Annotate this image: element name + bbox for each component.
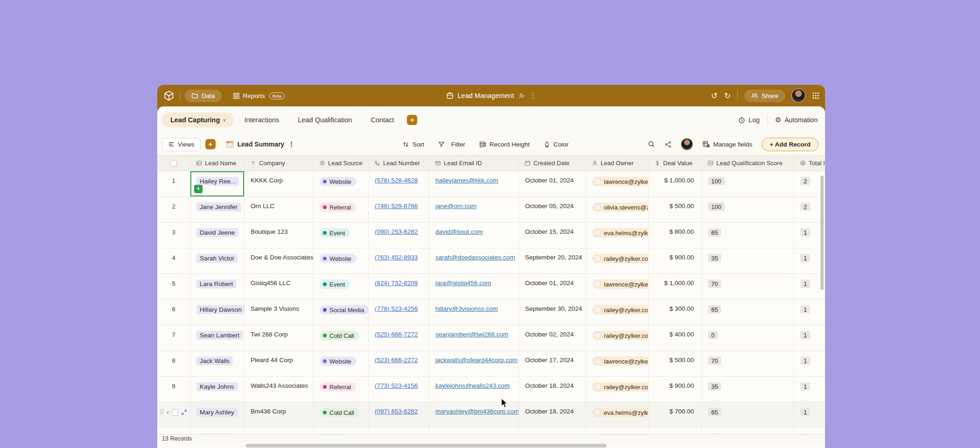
- created-date-cell[interactable]: September 20, 2024: [519, 248, 586, 273]
- lead-email-cell[interactable]: david@bout.com: [429, 223, 519, 248]
- created-date-cell[interactable]: October 18, 2024: [519, 402, 586, 427]
- deal-value-cell[interactable]: $ 400.00: [649, 325, 702, 350]
- lead-source-cell[interactable]: Referral: [314, 197, 369, 222]
- lead-owner-cell[interactable]: railey@zylker.com: [586, 248, 649, 273]
- qualification-score-cell[interactable]: 65: [702, 223, 794, 248]
- total-interactions-cell[interactable]: 1: [794, 300, 825, 325]
- phone-link[interactable]: (525) 666-7272: [375, 331, 418, 338]
- email-link[interactable]: seanlambert@twi268.com: [435, 331, 508, 338]
- lead-name-cell[interactable]: Sean Lambert: [190, 325, 245, 350]
- phone-link[interactable]: (746) 529-8766: [375, 203, 418, 210]
- color-button[interactable]: Color: [544, 141, 568, 148]
- deal-value-cell[interactable]: $ 500.00: [649, 197, 702, 222]
- row-select-cell[interactable]: 5: [157, 274, 190, 299]
- created-date-cell[interactable]: October 17, 2024: [519, 351, 586, 376]
- deal-value-cell[interactable]: $ 900.00: [649, 248, 702, 273]
- company-cell[interactable]: Boutique 123: [245, 223, 314, 248]
- lead-number-cell[interactable]: (525) 666-7272: [369, 325, 429, 350]
- deal-value-cell[interactable]: $ 1,000.00: [649, 171, 702, 196]
- horizontal-scrollbar-thumb[interactable]: [246, 444, 607, 448]
- lead-name-cell[interactable]: Lara Robert: [190, 274, 245, 299]
- lead-email-cell[interactable]: lara@gistiq456.com: [429, 274, 519, 299]
- total-interactions-cell[interactable]: 1: [794, 351, 825, 376]
- deal-value-cell[interactable]: $ 1,000.00: [649, 274, 702, 299]
- phone-link[interactable]: (746) 523-2262: [375, 434, 418, 434]
- total-interactions-cell[interactable]: 1: [794, 325, 825, 350]
- created-date-cell[interactable]: October 02, 2024: [519, 325, 586, 350]
- lead-name-cell[interactable]: Hailey Ree...+: [190, 171, 245, 196]
- tab-lead-capturing[interactable]: Lead Capturing ▾: [162, 112, 234, 127]
- column-header-deal-value[interactable]: Deal Value: [649, 155, 702, 171]
- lead-source-cell[interactable]: Cold Call: [314, 325, 369, 350]
- automation-button[interactable]: ⚙ Automation: [775, 116, 818, 124]
- company-cell[interactable]: Twi 268 Corp: [245, 325, 314, 350]
- tab-contact[interactable]: Contact: [362, 112, 402, 127]
- lead-source-cell[interactable]: Event: [314, 428, 369, 434]
- lead-email-cell[interactable]: maryashley@bm436corp.com: [429, 402, 519, 427]
- row-select-cell[interactable]: 4: [157, 248, 190, 273]
- phone-link[interactable]: (090) 253-6282: [375, 228, 418, 235]
- lead-owner-cell[interactable]: railey@zylker.com: [586, 300, 649, 325]
- lead-source-cell[interactable]: Cold Call: [314, 402, 369, 427]
- row-chevron-icon[interactable]: ▾: [167, 410, 169, 415]
- created-date-cell[interactable]: October 21, 2024: [519, 428, 586, 434]
- app-logo-icon[interactable]: [163, 90, 175, 102]
- table-row-1[interactable]: 1 Hailey Ree...+ KKKK Corp Website (576)…: [157, 171, 825, 197]
- table-row-4[interactable]: 4 Sarah Victor Doe & Doe Associates Webs…: [157, 248, 825, 274]
- lead-email-cell[interactable]: seanlambert@twi268.com: [429, 325, 519, 350]
- total-interactions-cell[interactable]: 1: [794, 377, 825, 402]
- created-date-cell[interactable]: October 01, 2024: [519, 171, 586, 196]
- drag-handle-icon[interactable]: [160, 408, 164, 416]
- row-select-cell[interactable]: 7: [157, 325, 190, 350]
- column-header-lead-name[interactable]: Lead Name: [190, 155, 245, 171]
- lead-number-cell[interactable]: (097) 653-6282: [369, 402, 429, 427]
- filter-button[interactable]: Filter: [438, 141, 465, 148]
- phone-link[interactable]: (523) 666-2272: [375, 357, 418, 364]
- phone-link[interactable]: (773) 523-4156: [375, 382, 418, 389]
- table-row-10[interactable]: ▾ Mary Ashley Bm436 Corp Cold Call (097)…: [157, 402, 825, 428]
- lead-source-cell[interactable]: Website: [314, 171, 369, 196]
- lead-number-cell[interactable]: (773) 523-4156: [369, 377, 429, 402]
- created-date-cell[interactable]: October 05, 2024: [519, 197, 586, 222]
- row-select-cell[interactable]: ▾: [157, 402, 190, 427]
- row-select-cell[interactable]: 11: [157, 428, 190, 434]
- company-cell[interactable]: Orn LLC: [245, 197, 314, 222]
- qualification-score-cell[interactable]: 70: [702, 351, 794, 376]
- email-link[interactable]: hillary@3visionss.com: [435, 305, 498, 312]
- lead-name-cell[interactable]: Jack Walls: [190, 351, 245, 376]
- lead-email-cell[interactable]: haileyjames@kkk.com: [429, 171, 519, 196]
- phone-link[interactable]: (763) 452-8933: [375, 254, 418, 261]
- company-cell[interactable]: Pleard 44 Corp: [245, 351, 314, 376]
- add-view-button[interactable]: +: [205, 139, 216, 149]
- table-row-5[interactable]: 5 Lara Robert Gistiq456 LLC Event (824) …: [157, 274, 825, 300]
- lead-number-cell[interactable]: (090) 253-6282: [369, 223, 429, 248]
- phone-link[interactable]: (824) 732-8209: [375, 280, 418, 287]
- lead-name-cell[interactable]: Sarah Victor: [190, 248, 245, 273]
- created-date-cell[interactable]: October 18, 2024: [519, 377, 586, 402]
- table-row-9[interactable]: 9 Kayle Johns Walls243 Associates Referr…: [157, 377, 825, 402]
- table-row-2[interactable]: 2 Jane Jennifer Orn LLC Referral (746) 5…: [157, 197, 825, 223]
- created-date-cell[interactable]: October 01, 2024: [519, 274, 586, 299]
- open-record-plus-button[interactable]: +: [194, 185, 203, 193]
- apps-grid-icon[interactable]: [812, 92, 819, 99]
- company-cell[interactable]: Sample 3 Visions: [245, 300, 314, 325]
- company-cell[interactable]: Doe & Doe Associates: [245, 248, 314, 273]
- table-row-7[interactable]: 7 Sean Lambert Twi 268 Corp Cold Call (5…: [157, 325, 825, 351]
- lead-source-cell[interactable]: Website: [314, 248, 369, 273]
- row-checkbox[interactable]: [172, 409, 178, 416]
- phone-link[interactable]: (576) 528-4628: [375, 177, 418, 184]
- lead-name-cell[interactable]: David Jeene: [190, 223, 245, 248]
- lead-source-cell[interactable]: Social Media: [314, 300, 369, 325]
- record-height-button[interactable]: Record Height: [479, 141, 530, 148]
- lead-owner-cell[interactable]: railey@zylker.com: [586, 325, 649, 350]
- company-cell[interactable]: Walls243 Associates: [245, 377, 314, 402]
- qualification-score-cell[interactable]: 100: [702, 197, 794, 222]
- collaborator-avatar[interactable]: [681, 138, 693, 150]
- deal-value-cell[interactable]: $ 700.00: [649, 402, 702, 427]
- email-link[interactable]: jane@orn.com: [435, 203, 476, 210]
- select-all-cell[interactable]: [157, 155, 190, 171]
- view-more-icon[interactable]: ⋮: [288, 140, 295, 148]
- lead-email-cell[interactable]: tomblank@lead56.com: [429, 428, 519, 434]
- company-cell[interactable]: KKKK Corp: [245, 171, 314, 196]
- user-avatar[interactable]: [791, 89, 805, 103]
